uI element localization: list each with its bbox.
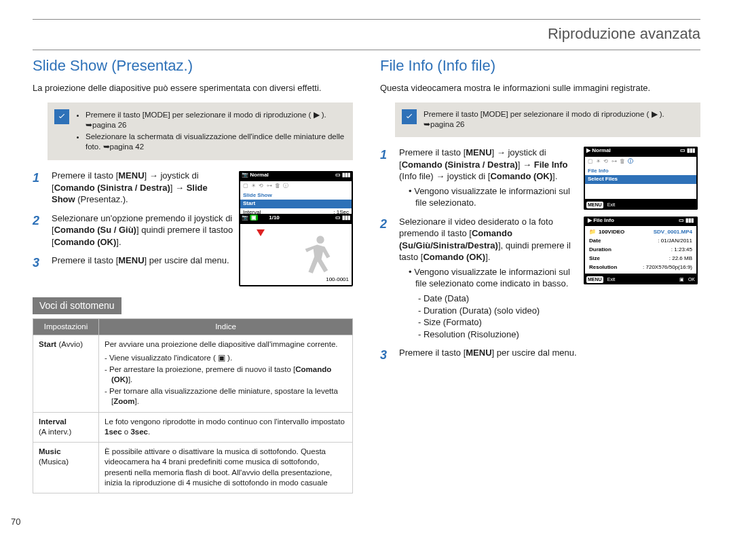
top-rule bbox=[33, 19, 700, 20]
check-icon bbox=[54, 109, 69, 124]
left-column: Slide Show (Presentaz.) La proiezione de… bbox=[33, 50, 353, 493]
check-icon bbox=[402, 109, 417, 124]
submenu-heading: Voci di sottomenu bbox=[33, 297, 121, 314]
step-3: Premere il tasto [MENU] per uscire dal m… bbox=[33, 255, 233, 271]
section-title-fileinfo: File Info (Info file) bbox=[380, 56, 700, 76]
lcd-fileinfo-detail: ▶ File Info▭ ▮▮▮ 📁 100VIDEOSDV_0001.MP4 … bbox=[584, 217, 698, 284]
play-marker-icon bbox=[252, 228, 269, 244]
table-row: Music(Musica) È possibile attivare o dis… bbox=[33, 442, 353, 493]
step-3: Premere il tasto [MENU] per uscire dal m… bbox=[380, 347, 700, 363]
step-2: Selezionare il video desiderato o la fot… bbox=[380, 216, 584, 340]
lcd-slideshow-play: 📷 ▣1/10▭ ▮▮▮ 100-0001 bbox=[239, 214, 353, 286]
fileinfo-note: Premere il tasto [MODE] per selezionare … bbox=[395, 102, 700, 137]
silhouette-icon bbox=[290, 229, 345, 284]
fileinfo-intro: Questa videocamera mostra le informazion… bbox=[380, 82, 700, 94]
note-item: Premere il tasto [MODE] per selezionare … bbox=[86, 110, 346, 131]
slideshow-intro: La proiezione delle diapositive può esse… bbox=[33, 82, 353, 94]
step-1: Premere il tasto [MENU] → joystick di [C… bbox=[33, 170, 233, 206]
right-column: File Info (Info file) Questa videocamera… bbox=[380, 50, 700, 493]
note-item: Selezionare la schermata di visualizzazi… bbox=[86, 132, 346, 153]
table-head-index: Indice bbox=[99, 318, 353, 335]
table-head-settings: Impostazioni bbox=[33, 318, 99, 335]
folder-icon: 📁 bbox=[589, 229, 596, 236]
table-row: Start (Avvio) Per avviare una proiezione… bbox=[33, 335, 353, 412]
lcd-fileinfo-menu: ▶ Normal▭ ▮▮▮ ▢ ☀ ⟲ ⊶ 🗑 ⓘ File Info Sele… bbox=[584, 147, 698, 210]
page-header: Riproduzione avanzata bbox=[33, 24, 700, 44]
slideshow-note: Premere il tasto [MODE] per selezionare … bbox=[48, 102, 353, 160]
step-2: Selezionare un'opzione premendo il joyst… bbox=[33, 212, 233, 248]
submenu-table: Impostazioni Indice Start (Avvio) Per av… bbox=[33, 318, 353, 493]
table-row: Interval(A interv.) Le foto vengono ripr… bbox=[33, 412, 353, 442]
section-title-slideshow: Slide Show (Presentaz.) bbox=[33, 56, 353, 76]
step-1: Premere il tasto [MENU] → joystick di [C… bbox=[380, 147, 584, 209]
